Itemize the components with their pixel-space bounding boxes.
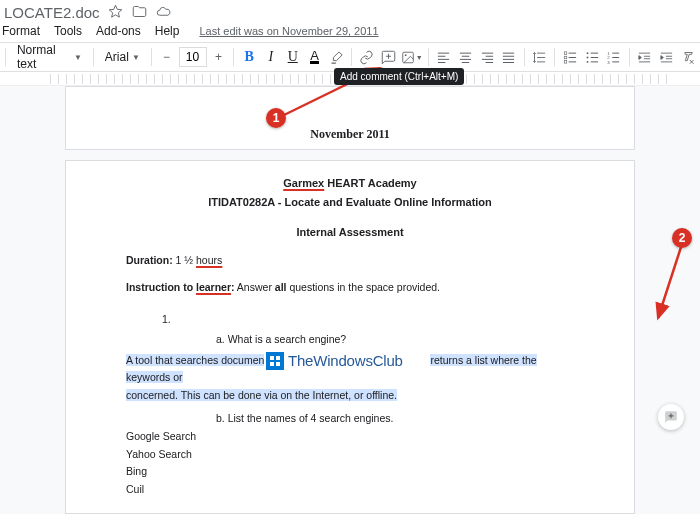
engine-3: Bing — [126, 464, 574, 480]
menu-help[interactable]: Help — [155, 24, 180, 38]
svg-rect-2 — [564, 51, 567, 54]
q1b: b. List the names of 4 search engines. — [216, 411, 574, 427]
separator — [554, 48, 555, 66]
caret-down-icon: ▼ — [74, 53, 82, 62]
line-spacing-button[interactable] — [530, 46, 550, 68]
watermark-text: TheWindowsClub — [288, 350, 403, 373]
separator — [93, 48, 94, 66]
svg-rect-3 — [564, 56, 567, 59]
menu-tools[interactable]: Tools — [54, 24, 82, 38]
decrease-indent-button[interactable] — [635, 46, 655, 68]
svg-rect-13 — [270, 362, 274, 366]
svg-text:3: 3 — [608, 59, 611, 64]
align-justify-button[interactable] — [499, 46, 519, 68]
font-size-increase[interactable]: + — [209, 46, 229, 68]
annotation-arrow-2 — [652, 238, 692, 326]
doc-title[interactable]: LOCATE2.doc — [4, 4, 100, 21]
svg-rect-14 — [276, 362, 280, 366]
svg-line-16 — [658, 244, 682, 318]
svg-point-5 — [586, 52, 588, 54]
increase-indent-button[interactable] — [656, 46, 676, 68]
font-size-decrease[interactable]: − — [157, 46, 177, 68]
svg-point-7 — [586, 60, 588, 62]
menubar: Format Tools Add-ons Help Last edit was … — [0, 22, 700, 42]
separator — [151, 48, 152, 66]
separator — [233, 48, 234, 66]
caret-down-icon: ▼ — [416, 54, 423, 61]
font-label: Arial — [105, 50, 129, 64]
page-2: Garmex HEART Academy ITIDAT0282A - Locat… — [65, 160, 635, 514]
svg-rect-4 — [564, 60, 567, 63]
align-right-button[interactable] — [477, 46, 497, 68]
paragraph-style-label: Normal text — [17, 43, 71, 71]
bold-button[interactable]: B — [239, 46, 259, 68]
heading-course: ITIDAT0282A - Locate and Evaluate Online… — [126, 194, 574, 211]
bullet-list-button[interactable] — [582, 46, 602, 68]
marker-1: 1 — [266, 108, 286, 128]
heading-org: Garmex HEART Academy — [126, 175, 574, 192]
menu-format[interactable]: Format — [2, 24, 40, 38]
svg-point-6 — [586, 56, 588, 58]
tooltip-add-comment: Add comment (Ctrl+Alt+M) — [334, 68, 464, 85]
separator — [524, 48, 525, 66]
checklist-button[interactable] — [560, 46, 580, 68]
heading-assessment: Internal Assessment — [126, 224, 574, 241]
move-folder-icon[interactable] — [132, 4, 148, 20]
windowsclub-logo-icon — [266, 352, 284, 370]
duration-line: Duration: 1 ½ hours — [126, 253, 574, 269]
numbered-list-button[interactable]: 123 — [604, 46, 624, 68]
engine-2: Yahoo Search — [126, 447, 574, 463]
svg-rect-11 — [270, 356, 274, 360]
watermark: TheWindowsClub — [266, 350, 403, 373]
cloud-status-icon[interactable] — [156, 4, 172, 20]
marker-2: 2 — [672, 228, 692, 248]
svg-rect-12 — [276, 356, 280, 360]
instruction-line: Instruction to learner: Answer all quest… — [126, 280, 574, 296]
separator — [5, 48, 6, 66]
separator — [629, 48, 630, 66]
engine-4: Cuil — [126, 482, 574, 498]
paragraph-style-dropdown[interactable]: Normal text ▼ — [11, 46, 88, 68]
separator — [428, 48, 429, 66]
align-center-button[interactable] — [455, 46, 475, 68]
clear-formatting-button[interactable] — [678, 46, 698, 68]
svg-point-1 — [404, 54, 406, 56]
menu-addons[interactable]: Add-ons — [96, 24, 141, 38]
add-comment-side-button[interactable] — [658, 404, 684, 430]
star-icon[interactable] — [108, 4, 124, 20]
engine-1: Google Search — [126, 429, 574, 445]
last-edit-link[interactable]: Last edit was on November 29, 2011 — [199, 25, 378, 37]
font-dropdown[interactable]: Arial ▼ — [99, 46, 146, 68]
q1-number: 1. — [162, 312, 574, 328]
align-left-button[interactable] — [434, 46, 454, 68]
selected-answer[interactable]: A tool that searches documen TheWindowsC… — [126, 352, 574, 406]
q1a: a. What is a search engine? — [216, 332, 574, 348]
font-size-input[interactable] — [179, 47, 207, 67]
document-canvas[interactable]: November 2011 Garmex HEART Academy ITIDA… — [0, 86, 700, 514]
page1-date: November 2011 — [310, 127, 389, 141]
insert-image-button[interactable]: ▼ — [401, 46, 423, 68]
caret-down-icon: ▼ — [132, 53, 140, 62]
